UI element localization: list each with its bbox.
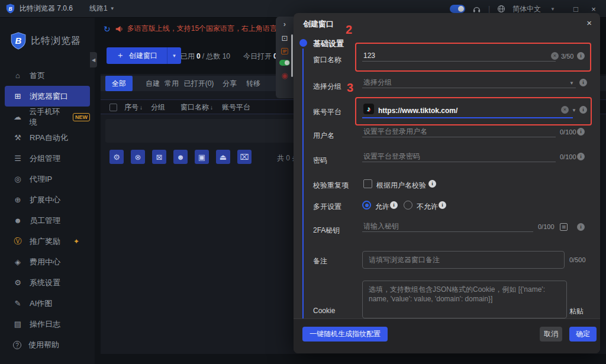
line-caret-icon[interactable]: ▼ <box>110 6 115 11</box>
group-select[interactable] <box>362 76 576 88</box>
info-icon[interactable]: i <box>579 79 587 86</box>
chevron-down-icon[interactable]: ▼ <box>569 80 574 86</box>
create-window-dropdown[interactable]: ▼ <box>167 47 181 64</box>
confirm-button[interactable]: 确定 <box>569 327 597 342</box>
sidebar-item-proxy-ip[interactable]: ◎代理IP <box>5 169 90 189</box>
window-sync-icon[interactable]: ⊡ <box>282 34 288 43</box>
info-icon[interactable]: i <box>577 52 585 60</box>
stat-label: 已用 <box>180 52 195 60</box>
archive-button[interactable]: ⏏ <box>216 150 230 164</box>
close-all-button[interactable]: ⊗ <box>131 150 145 164</box>
paste-button[interactable]: 粘贴 <box>569 307 584 317</box>
proxy-ip-check-icon[interactable]: IP <box>281 48 289 54</box>
info-icon[interactable]: i <box>428 180 436 188</box>
toggle-on-icon[interactable] <box>279 60 290 66</box>
language-caret-icon[interactable]: ▼ <box>550 7 555 12</box>
clear-icon[interactable]: × <box>551 52 559 60</box>
chevron-down-icon[interactable]: ▼ <box>572 108 576 113</box>
sidebar-item-help[interactable]: ?使用帮助 <box>5 334 90 355</box>
field-label-window-name: 窗口名称 <box>313 55 341 65</box>
batch-settings-button[interactable]: ⚙ <box>109 150 124 164</box>
sidebar-item-settings[interactable]: ⚙系统设置 <box>5 272 90 293</box>
scrollbar-thumb[interactable] <box>291 34 293 77</box>
delete-button[interactable]: ⌧ <box>237 150 252 164</box>
create-window-label: 创建窗口 <box>129 51 157 61</box>
sidebar-item-home[interactable]: ⌂首页 <box>5 65 90 86</box>
headset-icon[interactable] <box>472 5 481 14</box>
tab-self-built[interactable]: 自建 <box>142 76 163 91</box>
language-selector[interactable]: 简体中文 <box>512 4 541 14</box>
tab-frequent[interactable]: 常用 <box>161 76 182 91</box>
radio-deny-label[interactable]: 不允许 <box>417 202 438 212</box>
close-window-button[interactable]: ⊠ <box>152 150 166 164</box>
sort-down-icon[interactable]: ↓ <box>210 104 213 111</box>
expand-chevron-icon[interactable]: › <box>283 20 286 28</box>
line-selector[interactable]: 线路1 <box>89 4 108 14</box>
window-name-input[interactable] <box>362 50 556 62</box>
sidebar-item-logs[interactable]: ▤操作日志 <box>5 314 90 334</box>
radio-dot <box>365 204 369 207</box>
brand-name: 比特浏览器 <box>31 35 81 47</box>
info-icon[interactable]: i <box>439 201 446 209</box>
radio-allow-label[interactable]: 允许 <box>375 202 389 212</box>
info-icon[interactable]: i <box>577 128 585 136</box>
tab-transfer[interactable]: 转移 <box>243 76 264 91</box>
fingerprint-icon[interactable]: ◉ <box>281 71 288 80</box>
stat-value: 0 <box>196 52 201 60</box>
sidebar-item-cloud-phone[interactable]: ☁云手机环境NEW <box>5 107 90 127</box>
column-header-platform[interactable]: 账号平台 <box>222 100 250 115</box>
sidebar-item-browser-windows[interactable]: ⊞浏览器窗口 <box>5 86 90 107</box>
remark-input[interactable] <box>362 251 565 269</box>
dup-check-checkbox[interactable] <box>363 179 372 188</box>
window-close-button[interactable]: × <box>588 5 599 14</box>
tab-opened[interactable]: 已打开(0) <box>183 76 214 91</box>
sort-down-icon[interactable]: ↓ <box>140 104 143 111</box>
maximize-button[interactable]: □ <box>570 5 581 14</box>
tab-shared[interactable]: 分享 <box>219 76 240 91</box>
stat-label: 今日打开 <box>243 52 272 60</box>
moon-icon <box>458 6 464 12</box>
info-icon[interactable]: i <box>579 106 587 114</box>
sidebar-item-rpa[interactable]: ⚒RPA自动化 <box>5 127 90 148</box>
radio-allow[interactable] <box>362 201 371 210</box>
sidebar-item-billing[interactable]: ◈费用中心 <box>5 252 90 272</box>
window-name-counter: 3/50 <box>561 53 573 60</box>
sidebar-item-label: 推广奖励 <box>30 236 60 247</box>
select-all-checkbox[interactable] <box>109 104 117 111</box>
tab-all[interactable]: 全部 <box>105 76 133 91</box>
side-mini-toolbar: › ⊡ IP ◉ <box>276 17 294 98</box>
sidebar-item-ai-draw[interactable]: ✎AI作图 <box>5 293 90 314</box>
username-input[interactable] <box>362 125 556 137</box>
sidebar-item-label: 使用帮助 <box>28 340 59 350</box>
generate-fingerprint-button[interactable]: 一键随机生成指纹配置 <box>302 327 388 342</box>
dup-check-label[interactable]: 根据用户名校验 <box>376 181 426 191</box>
info-icon[interactable]: i <box>577 223 585 231</box>
info-icon[interactable]: i <box>577 153 585 160</box>
dialog-close-icon[interactable]: × <box>586 18 592 28</box>
sidebar-item-staff[interactable]: ☻员工管理 <box>5 210 90 231</box>
platform-url-value[interactable]: https://www.tiktok.com/ <box>378 107 457 115</box>
password-input[interactable] <box>362 150 556 162</box>
column-header-seq[interactable]: 序号↓ <box>124 100 143 115</box>
robot-button[interactable]: ☻ <box>173 150 188 164</box>
sidebar-item-groups[interactable]: ☰分组管理 <box>5 148 90 169</box>
close-circle-icon: ⊗ <box>135 153 141 162</box>
cancel-button[interactable]: 取消 <box>540 327 562 342</box>
create-window-button[interactable]: ＋创建窗口 <box>107 47 167 64</box>
sidebar-menu: ⌂首页 ⊞浏览器窗口 ☁云手机环境NEW ⚒RPA自动化 ☰分组管理 ◎代理IP… <box>0 65 95 355</box>
sidebar-item-extensions[interactable]: ⊕扩展中心 <box>5 189 90 210</box>
2fa-key-input[interactable] <box>362 220 533 232</box>
radio-deny[interactable] <box>404 201 412 210</box>
column-header-group[interactable]: 分组 <box>151 100 165 115</box>
otp-generator-icon[interactable]: ⊞ <box>560 223 568 231</box>
clear-icon[interactable]: × <box>561 106 569 114</box>
globe-icon[interactable] <box>497 5 505 13</box>
cookie-textarea[interactable] <box>362 281 567 318</box>
column-header-window-name[interactable]: 窗口名称↓ <box>180 100 213 115</box>
dark-mode-toggle[interactable] <box>450 5 465 13</box>
refresh-icon[interactable]: ↻ <box>104 24 111 34</box>
proxy-ip-icon: ◎ <box>13 175 22 183</box>
info-icon[interactable]: i <box>390 201 398 209</box>
window-button[interactable]: ▣ <box>195 150 209 164</box>
sidebar-item-referral[interactable]: Ⓥ推广奖励✦ <box>5 231 90 252</box>
